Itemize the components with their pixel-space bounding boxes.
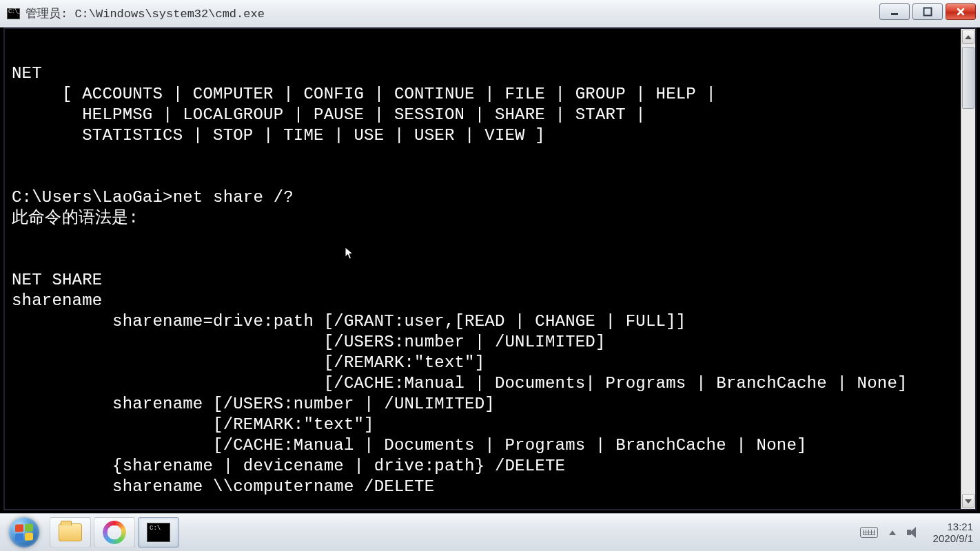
svg-rect-1 xyxy=(924,8,932,16)
scroll-track[interactable] xyxy=(961,45,975,493)
clock-time: 13:21 xyxy=(933,521,973,532)
scroll-up-button[interactable] xyxy=(962,30,974,44)
tray-overflow-icon[interactable] xyxy=(889,530,896,535)
close-button[interactable] xyxy=(946,3,976,20)
keyboard-icon[interactable] xyxy=(860,527,878,538)
window-title: 管理员: C:\Windows\system32\cmd.exe xyxy=(25,6,265,21)
system-menu-icon[interactable] xyxy=(7,8,20,19)
svg-rect-0 xyxy=(891,13,898,15)
windows-orb-icon xyxy=(9,517,39,548)
system-tray: 13:21 2020/9/1 xyxy=(860,521,980,544)
window-title-bar: 管理员: C:\Windows\system32\cmd.exe xyxy=(0,0,980,28)
scroll-down-button[interactable] xyxy=(962,494,974,508)
vertical-scrollbar[interactable] xyxy=(961,29,975,509)
taskbar-item-color-app[interactable] xyxy=(94,517,135,548)
console-output[interactable]: NET [ ACCOUNTS | COMPUTER | CONFIG | CON… xyxy=(5,29,961,509)
start-button[interactable] xyxy=(0,514,48,552)
clock-date: 2020/9/1 xyxy=(933,532,973,544)
console-window: NET [ ACCOUNTS | COMPUTER | CONFIG | CON… xyxy=(3,28,977,510)
taskbar: 13:21 2020/9/1 xyxy=(0,513,980,551)
folder-icon xyxy=(59,523,82,541)
maximize-button[interactable] xyxy=(912,3,943,20)
cmd-icon xyxy=(147,523,170,542)
taskbar-item-cmd[interactable] xyxy=(138,517,179,548)
clock[interactable]: 13:21 2020/9/1 xyxy=(933,521,973,544)
volume-icon[interactable] xyxy=(907,526,919,539)
scroll-thumb[interactable] xyxy=(962,47,974,109)
minimize-button[interactable] xyxy=(879,3,910,20)
color-ring-icon xyxy=(103,521,126,544)
taskbar-item-explorer[interactable] xyxy=(50,517,91,548)
